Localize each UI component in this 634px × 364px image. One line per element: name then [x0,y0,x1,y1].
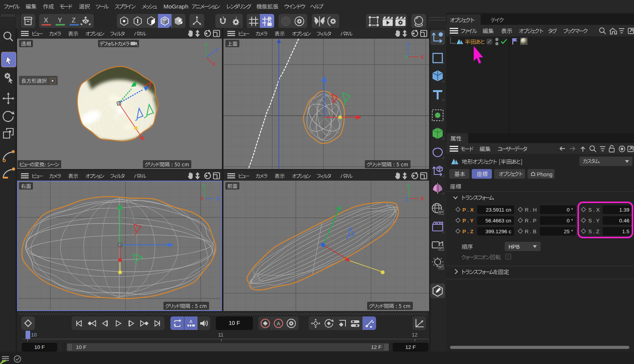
svg-text:A: A [189,319,192,324]
svg-text:A: A [277,321,280,326]
